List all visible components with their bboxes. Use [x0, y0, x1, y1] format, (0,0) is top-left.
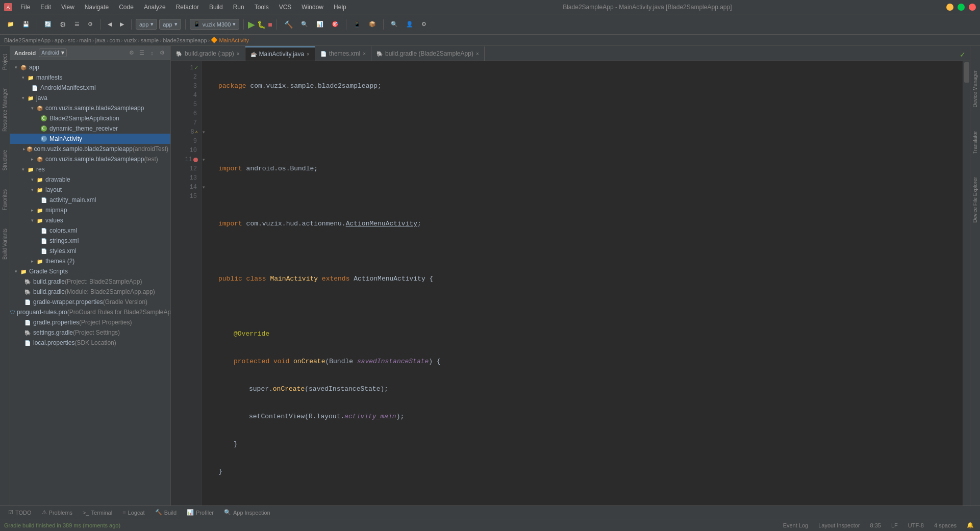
- tree-item-build-gradle-project[interactable]: 🐘 build.gradle (Project: Blade2SampleApp…: [10, 276, 170, 287]
- device-dropdown[interactable]: 📱 vuzix M300 ▾: [190, 19, 240, 30]
- menu-analyze[interactable]: Analyze: [142, 3, 168, 12]
- breadcrumb-blade2[interactable]: blade2sampleapp: [163, 37, 207, 43]
- close-icon-tab4[interactable]: ×: [476, 51, 479, 57]
- menu-code[interactable]: Code: [117, 3, 136, 12]
- run-config-dropdown[interactable]: app ▾: [136, 19, 157, 30]
- tree-item-values[interactable]: ▾ 📁 values: [10, 215, 170, 225]
- status-encoding[interactable]: UTF-8: [906, 522, 926, 528]
- toolbar-avd-btn[interactable]: 📱: [350, 19, 364, 29]
- toolbar-back-btn[interactable]: ◀: [105, 19, 115, 29]
- breadcrumb-sample[interactable]: sample: [141, 37, 159, 43]
- status-event-log[interactable]: Event Log: [781, 522, 811, 528]
- breadcrumb-blade[interactable]: Blade2SampleApp: [4, 37, 51, 43]
- close-icon-tab3[interactable]: ×: [363, 51, 366, 57]
- toolbar-forward-btn[interactable]: ▶: [117, 19, 127, 29]
- status-indent[interactable]: 4 spaces: [932, 522, 959, 528]
- toolbar-settings2-btn[interactable]: ⚙: [418, 19, 430, 29]
- tab-build-gradle-blade[interactable]: 🐘 build.gradle (Blade2SampleApp) ×: [371, 46, 485, 61]
- close-icon-tab2[interactable]: ×: [307, 52, 310, 57]
- tree-item-dynamic-theme[interactable]: C dynamic_theme_receiver: [10, 123, 170, 134]
- tab-app-inspection[interactable]: 🔍 App Inspection: [220, 508, 274, 517]
- panel-icon-gear[interactable]: ⚙: [158, 49, 166, 57]
- breadcrumb-vuzix[interactable]: vuzix: [124, 37, 137, 43]
- run-button[interactable]: ▶: [248, 19, 255, 30]
- tree-item-settings-gradle[interactable]: 🐘 settings.gradle (Project Settings): [10, 327, 170, 338]
- scrollbar-vertical[interactable]: [963, 61, 970, 505]
- menu-vcs[interactable]: VCS: [277, 3, 294, 12]
- tree-item-gradle-scripts[interactable]: ▾ 📁 Gradle Scripts: [10, 266, 170, 276]
- debug-button[interactable]: 🐛: [257, 20, 266, 29]
- breadcrumb-java[interactable]: java: [95, 37, 106, 43]
- status-notifications[interactable]: 🔔: [965, 522, 976, 528]
- code-content[interactable]: package com.vuzix.sample.blade2sampleapp…: [211, 61, 963, 505]
- status-layout-inspector[interactable]: Layout Inspector: [816, 522, 862, 528]
- toolbar-open-btn[interactable]: 📁: [4, 19, 17, 29]
- tree-item-pkg-main[interactable]: ▾ 📦 com.vuzix.sample.blade2sampleapp: [10, 103, 170, 113]
- breadcrumb-mainactivity-label[interactable]: MainActivity: [219, 37, 249, 43]
- close-button[interactable]: ×: [969, 4, 976, 11]
- tree-item-mipmap[interactable]: ▸ 📁 mipmap: [10, 205, 170, 215]
- tree-item-layout[interactable]: ▾ 📁 layout: [10, 185, 170, 195]
- sidebar-item-device-file-explorer[interactable]: Device File Explorer: [971, 173, 979, 226]
- tree-item-build-gradle-module[interactable]: 🐘 build.gradle (Module: Blade2SampleApp.…: [10, 287, 170, 297]
- menu-refactor[interactable]: Refactor: [174, 3, 201, 12]
- menu-view[interactable]: View: [59, 3, 77, 12]
- tree-item-res[interactable]: ▾ 📁 res: [10, 164, 170, 174]
- breadcrumb-app[interactable]: app: [55, 37, 64, 43]
- toolbar-profile-btn[interactable]: 📊: [313, 19, 326, 29]
- breadcrumb-src[interactable]: src: [68, 37, 76, 43]
- tab-themes-xml[interactable]: 📄 themes.xml ×: [315, 46, 371, 61]
- status-line-ending[interactable]: LF: [889, 522, 900, 528]
- module-dropdown[interactable]: app ▾: [159, 19, 181, 30]
- tree-item-themes[interactable]: ▸ 📁 themes (2): [10, 256, 170, 266]
- stop-button[interactable]: ■: [268, 20, 272, 29]
- tree-item-java[interactable]: ▾ 📁 java: [10, 93, 170, 103]
- tab-todo[interactable]: ☑ TODO: [4, 508, 36, 517]
- tab-logcat[interactable]: ≡ Logcat: [118, 508, 148, 517]
- menu-window[interactable]: Window: [299, 3, 325, 12]
- menu-run[interactable]: Run: [231, 3, 246, 12]
- minimize-button[interactable]: −: [946, 4, 953, 11]
- menu-navigate[interactable]: Navigate: [83, 3, 111, 12]
- tree-item-blade2app[interactable]: C Blade2SampleApplication: [10, 113, 170, 123]
- sidebar-item-device-manager[interactable]: Device Manager: [971, 66, 979, 112]
- toolbar-sdk-btn[interactable]: 📦: [366, 19, 379, 29]
- panel-icon-list[interactable]: ☰: [138, 49, 146, 57]
- toolbar-list-btn[interactable]: ☰: [71, 19, 83, 29]
- toolbar-search-btn[interactable]: 🔍: [388, 19, 401, 29]
- fold-arrow-14[interactable]: ▾: [203, 183, 205, 192]
- tree-item-pkg-test[interactable]: ▸ 📦 com.vuzix.sample.blade2sampleapp (te…: [10, 154, 170, 164]
- menu-file[interactable]: File: [18, 3, 32, 12]
- breadcrumb-com[interactable]: com: [110, 37, 120, 43]
- tree-item-drawable[interactable]: ▾ 📁 drawable: [10, 174, 170, 185]
- panel-icon-collapse[interactable]: ↕: [148, 49, 156, 57]
- panel-icon-cog[interactable]: ⚙: [128, 49, 136, 57]
- toolbar-save-btn[interactable]: 💾: [19, 19, 33, 29]
- menu-build[interactable]: Build: [207, 3, 225, 12]
- tree-item-strings[interactable]: 📄 strings.xml: [10, 236, 170, 246]
- android-dropdown[interactable]: Android ▾: [39, 48, 66, 57]
- tab-terminal[interactable]: >_ Terminal: [79, 508, 116, 517]
- tree-item-proguard[interactable]: 🛡 proguard-rules.pro (ProGuard Rules for…: [10, 307, 170, 317]
- tree-item-colors[interactable]: 📄 colors.xml: [10, 225, 170, 236]
- toolbar-gradle-btn[interactable]: ⚙: [57, 19, 69, 30]
- menu-edit[interactable]: Edit: [38, 3, 53, 12]
- tree-item-manifests[interactable]: ▾ 📁 manifests: [10, 72, 170, 83]
- restore-button[interactable]: □: [958, 4, 965, 11]
- toolbar-analyze-btn[interactable]: 🔍: [298, 19, 311, 29]
- tree-item-pkg-androidtest[interactable]: ▸ 📦 com.vuzix.sample.blade2sampleapp (an…: [10, 144, 170, 154]
- menu-tools[interactable]: Tools: [253, 3, 271, 12]
- sidebar-item-project[interactable]: Project: [1, 50, 9, 74]
- toolbar-settings-btn[interactable]: ⚙: [85, 19, 96, 29]
- breadcrumb-main-activity[interactable]: 🔶: [211, 37, 218, 43]
- toolbar-coverage-btn[interactable]: 🎯: [329, 19, 342, 29]
- toolbar-sync-btn[interactable]: 🔄: [41, 19, 55, 29]
- tree-item-styles[interactable]: 📄 styles.xml: [10, 246, 170, 256]
- menu-help[interactable]: Help: [332, 3, 348, 12]
- fold-arrow-11[interactable]: ▾: [203, 155, 205, 164]
- sidebar-item-buildvariants[interactable]: Build Variants: [1, 224, 9, 264]
- fold-arrow-8[interactable]: ▾: [203, 128, 205, 137]
- sidebar-item-resource[interactable]: Resource Manager: [1, 84, 9, 136]
- breadcrumb-main[interactable]: main: [79, 37, 91, 43]
- tab-build[interactable]: 🔨 Build: [151, 508, 181, 517]
